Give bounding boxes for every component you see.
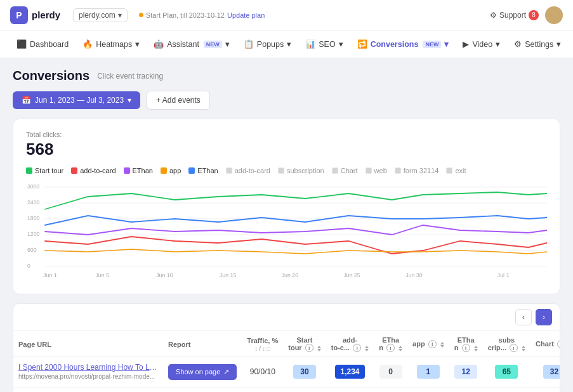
sidebar-item-video[interactable]: ▶ Video ▾ <box>456 36 506 53</box>
legend-form32114[interactable]: form 32114 <box>395 167 439 174</box>
col-subs-sort[interactable] <box>522 346 525 351</box>
show-on-page-label-1: Show on page <box>176 368 220 376</box>
svg-text:1800: 1800 <box>27 215 40 221</box>
page-subtitle: Click event tracking <box>97 72 163 81</box>
dashboard-label: Dashboard <box>30 40 69 49</box>
svg-text:0: 0 <box>27 263 30 269</box>
cell-start-tour-2: 55 <box>283 388 326 393</box>
svg-text:Jun 15: Jun 15 <box>220 272 236 278</box>
col-subs-info[interactable]: i <box>510 344 518 352</box>
sidebar-item-assistant[interactable]: 🤖 Assistant NEW ▾ <box>147 36 236 53</box>
page-title: Conversions <box>13 69 89 83</box>
cell-ethan2-2: 12 <box>449 388 483 393</box>
cell-report-1: Show on page ↗ <box>163 356 242 388</box>
sidebar-item-seo[interactable]: 📊 SEO ▾ <box>299 36 349 53</box>
conversions-icon: 🔁 <box>357 39 367 49</box>
seo-label: SEO <box>319 40 335 49</box>
calendar-icon: 📅 <box>22 96 31 105</box>
legend-dot-web <box>366 167 372 174</box>
video-chevron-icon: ▾ <box>496 39 500 49</box>
svg-text:Jun 1: Jun 1 <box>43 272 57 278</box>
heatmaps-icon: 🔥 <box>82 39 93 49</box>
conversions-label: Conversions <box>371 40 419 49</box>
legend-chart[interactable]: Chart <box>332 167 358 174</box>
add-events-button[interactable]: + Add events <box>147 91 210 110</box>
col-ethan2-info[interactable]: i <box>462 344 470 352</box>
support-button[interactable]: ⚙ Support 8 <box>490 10 539 20</box>
col-chart-info[interactable]: i <box>557 340 560 348</box>
popups-label: Popups <box>257 40 284 49</box>
col-app-sort[interactable] <box>440 342 444 348</box>
table-next-button[interactable]: › <box>536 309 552 325</box>
domain-chevron-icon: ▾ <box>118 11 122 20</box>
cell-page-url-2: I Spent 2000 Hours Learning How To Lea..… <box>13 388 163 393</box>
assistant-badge: NEW <box>204 41 222 48</box>
col-app-info[interactable]: i <box>428 340 437 348</box>
cell-chart-1: 32 <box>530 356 560 388</box>
heatmaps-label: Heatmaps <box>96 40 132 49</box>
main-nav: ⬛ Dashboard 🔥 Heatmaps ▾ 🤖 Assistant NEW… <box>0 30 573 58</box>
cell-ethan-1: 0 <box>374 356 407 388</box>
table-prev-button[interactable]: ‹ <box>515 309 532 325</box>
legend-exit[interactable]: exit <box>446 167 466 174</box>
sidebar-item-settings[interactable]: ⚙ Settings ▾ <box>508 36 567 53</box>
legend-app[interactable]: app <box>161 167 181 174</box>
sidebar-item-heatmaps[interactable]: 🔥 Heatmaps ▾ <box>76 36 146 53</box>
col-start-tour-info[interactable]: i <box>305 344 313 352</box>
cell-subs-1: 65 <box>483 356 530 388</box>
legend-add-to-card[interactable]: add-to-card <box>71 167 115 174</box>
show-on-page-button-1[interactable]: Show on page ↗ <box>168 364 237 380</box>
sidebar-item-popups[interactable]: 📋 Popups ▾ <box>237 36 298 53</box>
update-plan-link[interactable]: Update plan <box>227 11 265 19</box>
conversions-badge: NEW <box>423 41 441 48</box>
assistant-icon: 🤖 <box>154 39 164 49</box>
legend-dot-add-to-card2 <box>226 167 232 174</box>
plerdy-logo-icon: P <box>10 6 28 24</box>
domain-label: plerdy.com <box>79 11 115 20</box>
svg-text:3000: 3000 <box>27 183 40 190</box>
date-range-button[interactable]: 📅 Jun 1, 2023 — Jul 3, 2023 ▾ <box>13 91 140 109</box>
legend-web[interactable]: web <box>366 167 387 174</box>
page-url-link-1[interactable]: I Spent 2000 Hours Learning How To Lea..… <box>18 363 158 372</box>
top-nav: P plerdy plerdy.com ▾ Start Plan, till 2… <box>0 0 573 30</box>
video-label: Video <box>472 40 492 49</box>
col-ethan-sort[interactable] <box>398 346 402 351</box>
page-url-sub-1: https://novena.pro/novosti/propal-rezhim… <box>18 373 155 380</box>
col-report: Report <box>163 331 242 356</box>
plan-status-dot <box>139 13 143 17</box>
legend-subscription[interactable]: subscription <box>278 167 324 174</box>
table-section: ‹ › Page URL Report Traffic, % ↕ / ↕ □ <box>13 303 560 392</box>
heatmaps-chevron-icon: ▾ <box>135 39 140 49</box>
col-add-to-card-info[interactable]: i <box>353 344 361 352</box>
sidebar-item-dashboard[interactable]: ⬛ Dashboard <box>10 36 75 53</box>
legend-ethan2[interactable]: EThan <box>188 167 218 174</box>
legend-ethan1[interactable]: EThan <box>124 167 153 174</box>
external-link-icon-1: ↗ <box>223 368 229 376</box>
sidebar-item-conversions[interactable]: 🔁 Conversions NEW ▾ <box>351 36 456 53</box>
legend-dot-chart <box>332 167 338 174</box>
domain-selector[interactable]: plerdy.com ▾ <box>73 8 128 22</box>
user-avatar[interactable] <box>545 6 563 24</box>
col-start-tour-sort[interactable] <box>317 346 321 351</box>
col-add-to-card-sort[interactable] <box>365 346 369 351</box>
col-ethan2: EThan i <box>449 331 483 356</box>
date-range-label: Jun 1, 2023 — Jul 3, 2023 <box>35 96 124 105</box>
legend-dot-start-tour <box>26 167 32 174</box>
legend-dot-ethan1 <box>124 167 130 174</box>
col-ethan-info[interactable]: i <box>386 344 395 352</box>
plan-label: Start Plan, till 2023-10-12 <box>146 11 225 19</box>
col-ethan: EThan i <box>374 331 407 356</box>
legend-add-to-card2[interactable]: add-to-card <box>226 167 270 174</box>
cell-traffic-2: 90/0/10 <box>242 388 283 393</box>
dashboard-icon: ⬛ <box>16 39 27 49</box>
col-ethan2-sort[interactable] <box>474 346 478 351</box>
total-label: Total clicks: <box>26 131 547 138</box>
cell-traffic-1: 90/0/10 <box>242 356 283 388</box>
cell-ethan2-1: 12 <box>449 356 483 388</box>
support-count: 8 <box>529 10 539 20</box>
col-start-tour: Starttour i <box>283 331 326 356</box>
legend-start-tour[interactable]: Start tour <box>26 167 63 174</box>
line-chart-svg: 3000 2400 1800 1200 600 0 <box>26 181 547 282</box>
table-row: I Spent 2000 Hours Learning How To Lea..… <box>13 356 560 388</box>
svg-text:Jul 1: Jul 1 <box>497 272 510 278</box>
